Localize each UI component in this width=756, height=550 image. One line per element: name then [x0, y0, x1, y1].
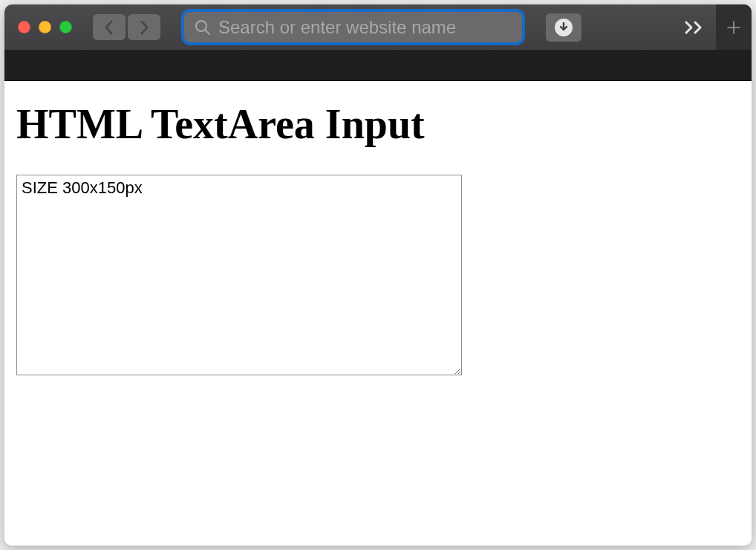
- chevron-left-icon: [103, 19, 115, 36]
- nav-button-group: [93, 14, 160, 40]
- downloads-button[interactable]: [546, 13, 581, 42]
- download-icon: [555, 19, 573, 36]
- forward-button[interactable]: [128, 14, 160, 40]
- browser-window: HTML TextArea Input: [4, 4, 752, 546]
- fullscreen-window-button[interactable]: [59, 21, 72, 33]
- minimize-window-button[interactable]: [39, 21, 51, 33]
- back-button[interactable]: [93, 14, 126, 40]
- double-chevron-right-icon: [683, 19, 706, 36]
- tab-strip: [4, 50, 752, 81]
- demo-textarea[interactable]: [16, 175, 462, 375]
- svg-line-1: [206, 30, 210, 34]
- page-content: HTML TextArea Input: [4, 81, 752, 546]
- page-heading: HTML TextArea Input: [16, 100, 740, 148]
- close-window-button[interactable]: [18, 21, 30, 33]
- plus-icon: [726, 19, 742, 36]
- address-input[interactable]: [218, 17, 512, 38]
- window-controls: [18, 21, 72, 33]
- chevron-right-icon: [138, 19, 150, 36]
- address-bar[interactable]: [184, 12, 522, 42]
- overflow-button[interactable]: [683, 19, 706, 36]
- search-icon: [195, 19, 211, 36]
- new-tab-button[interactable]: [716, 4, 752, 50]
- titlebar: [4, 4, 752, 50]
